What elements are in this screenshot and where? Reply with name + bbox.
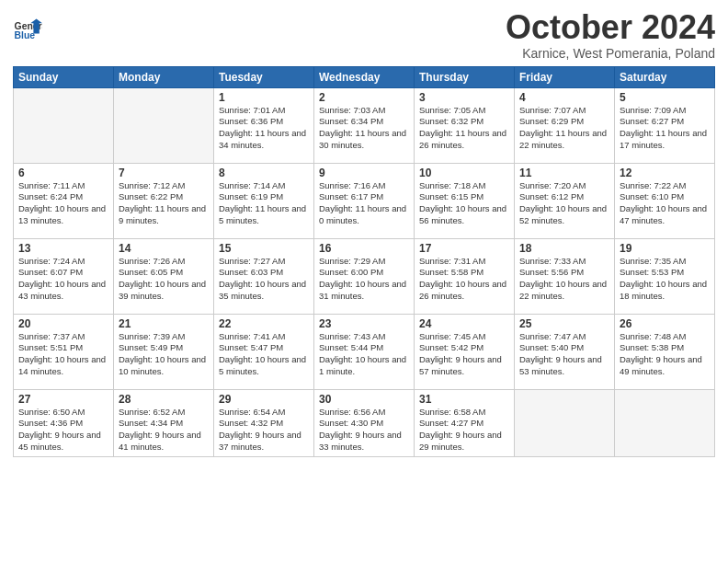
day-cell: 22 Sunrise: 7:41 AM Sunset: 5:47 PM Dayl… (214, 314, 314, 389)
day-cell: 21 Sunrise: 7:39 AM Sunset: 5:49 PM Dayl… (114, 314, 214, 389)
day-number: 30 (319, 393, 409, 406)
day-info: Sunrise: 7:29 AM Sunset: 6:00 PM Dayligh… (319, 256, 409, 303)
day-number: 8 (219, 167, 309, 179)
week-row-4: 20 Sunrise: 7:37 AM Sunset: 5:51 PM Dayl… (14, 314, 715, 389)
day-info: Sunrise: 7:18 AM Sunset: 6:15 PM Dayligh… (419, 180, 509, 227)
week-row-1: 1 Sunrise: 7:01 AM Sunset: 6:36 PM Dayli… (14, 87, 715, 163)
header-row: Sunday Monday Tuesday Wednesday Thursday… (14, 66, 715, 87)
col-wednesday: Wednesday (314, 66, 415, 87)
day-cell: 7 Sunrise: 7:12 AM Sunset: 6:22 PM Dayli… (114, 163, 214, 238)
day-number: 31 (419, 393, 509, 406)
day-cell: 18 Sunrise: 7:33 AM Sunset: 5:56 PM Dayl… (515, 238, 615, 314)
day-number: 14 (119, 242, 209, 255)
day-cell: 23 Sunrise: 7:43 AM Sunset: 5:44 PM Dayl… (314, 314, 415, 389)
day-info: Sunrise: 6:52 AM Sunset: 4:34 PM Dayligh… (119, 407, 209, 454)
day-cell (615, 389, 715, 456)
day-cell: 17 Sunrise: 7:31 AM Sunset: 5:58 PM Dayl… (415, 238, 515, 314)
col-thursday: Thursday (415, 66, 515, 87)
day-number: 7 (119, 167, 209, 179)
day-number: 23 (319, 317, 409, 330)
day-cell: 28 Sunrise: 6:52 AM Sunset: 4:34 PM Dayl… (114, 389, 214, 456)
day-cell: 6 Sunrise: 7:11 AM Sunset: 6:24 PM Dayli… (14, 163, 114, 238)
col-tuesday: Tuesday (214, 66, 314, 87)
day-info: Sunrise: 7:14 AM Sunset: 6:19 PM Dayligh… (219, 180, 309, 227)
week-row-3: 13 Sunrise: 7:24 AM Sunset: 6:07 PM Dayl… (14, 238, 715, 314)
month-title: October 2024 (506, 9, 715, 46)
day-cell: 4 Sunrise: 7:07 AM Sunset: 6:29 PM Dayli… (515, 87, 615, 163)
col-saturday: Saturday (615, 66, 715, 87)
day-cell: 12 Sunrise: 7:22 AM Sunset: 6:10 PM Dayl… (615, 163, 715, 238)
day-info: Sunrise: 7:31 AM Sunset: 5:58 PM Dayligh… (419, 256, 509, 303)
day-info: Sunrise: 7:20 AM Sunset: 6:12 PM Dayligh… (519, 180, 609, 227)
day-info: Sunrise: 7:37 AM Sunset: 5:51 PM Dayligh… (18, 331, 108, 378)
day-number: 22 (219, 317, 309, 330)
day-info: Sunrise: 7:33 AM Sunset: 5:56 PM Dayligh… (519, 256, 609, 303)
day-cell: 5 Sunrise: 7:09 AM Sunset: 6:27 PM Dayli… (615, 87, 715, 163)
day-cell: 27 Sunrise: 6:50 AM Sunset: 4:36 PM Dayl… (14, 389, 114, 456)
day-number: 12 (620, 167, 710, 179)
day-info: Sunrise: 7:41 AM Sunset: 5:47 PM Dayligh… (219, 331, 309, 378)
day-info: Sunrise: 7:09 AM Sunset: 6:27 PM Dayligh… (620, 105, 710, 152)
logo: General Blue (13, 13, 46, 42)
col-sunday: Sunday (14, 66, 114, 87)
day-cell: 1 Sunrise: 7:01 AM Sunset: 6:36 PM Dayli… (214, 87, 314, 163)
day-number: 29 (219, 393, 309, 406)
svg-text:Blue: Blue (15, 30, 36, 40)
col-monday: Monday (114, 66, 214, 87)
day-number: 11 (519, 167, 609, 179)
day-number: 25 (519, 317, 609, 330)
week-row-2: 6 Sunrise: 7:11 AM Sunset: 6:24 PM Dayli… (14, 163, 715, 238)
week-row-5: 27 Sunrise: 6:50 AM Sunset: 4:36 PM Dayl… (14, 389, 715, 456)
day-info: Sunrise: 7:26 AM Sunset: 6:05 PM Dayligh… (119, 256, 209, 303)
day-info: Sunrise: 7:35 AM Sunset: 5:53 PM Dayligh… (620, 256, 710, 303)
day-cell: 26 Sunrise: 7:48 AM Sunset: 5:38 PM Dayl… (615, 314, 715, 389)
day-cell (14, 87, 114, 163)
page: General Blue October 2024 Karnice, West … (0, 0, 728, 563)
day-cell (114, 87, 214, 163)
day-number: 20 (18, 317, 108, 330)
day-number: 10 (419, 167, 509, 179)
col-friday: Friday (515, 66, 615, 87)
day-info: Sunrise: 7:47 AM Sunset: 5:40 PM Dayligh… (519, 331, 609, 378)
header: General Blue October 2024 Karnice, West … (13, 9, 715, 61)
day-info: Sunrise: 7:27 AM Sunset: 6:03 PM Dayligh… (219, 256, 309, 303)
day-number: 6 (18, 167, 108, 179)
day-cell: 31 Sunrise: 6:58 AM Sunset: 4:27 PM Dayl… (415, 389, 515, 456)
day-info: Sunrise: 7:48 AM Sunset: 5:38 PM Dayligh… (620, 331, 710, 378)
day-info: Sunrise: 6:58 AM Sunset: 4:27 PM Dayligh… (419, 407, 509, 454)
day-cell: 16 Sunrise: 7:29 AM Sunset: 6:00 PM Dayl… (314, 238, 415, 314)
day-info: Sunrise: 7:45 AM Sunset: 5:42 PM Dayligh… (419, 331, 509, 378)
day-number: 26 (620, 317, 710, 330)
day-number: 4 (519, 91, 609, 104)
day-cell: 14 Sunrise: 7:26 AM Sunset: 6:05 PM Dayl… (114, 238, 214, 314)
title-section: October 2024 Karnice, West Pomerania, Po… (506, 9, 715, 61)
day-cell: 15 Sunrise: 7:27 AM Sunset: 6:03 PM Dayl… (214, 238, 314, 314)
day-cell: 3 Sunrise: 7:05 AM Sunset: 6:32 PM Dayli… (415, 87, 515, 163)
logo-icon: General Blue (13, 13, 42, 42)
day-info: Sunrise: 7:39 AM Sunset: 5:49 PM Dayligh… (119, 331, 209, 378)
day-info: Sunrise: 6:54 AM Sunset: 4:32 PM Dayligh… (219, 407, 309, 454)
day-number: 24 (419, 317, 509, 330)
day-info: Sunrise: 7:07 AM Sunset: 6:29 PM Dayligh… (519, 105, 609, 152)
day-number: 27 (18, 393, 108, 406)
day-number: 17 (419, 242, 509, 255)
day-info: Sunrise: 7:01 AM Sunset: 6:36 PM Dayligh… (219, 105, 309, 152)
day-info: Sunrise: 6:50 AM Sunset: 4:36 PM Dayligh… (18, 407, 108, 454)
calendar-table: Sunday Monday Tuesday Wednesday Thursday… (13, 66, 715, 457)
day-cell: 11 Sunrise: 7:20 AM Sunset: 6:12 PM Dayl… (515, 163, 615, 238)
day-number: 15 (219, 242, 309, 255)
day-number: 21 (119, 317, 209, 330)
day-number: 13 (18, 242, 108, 255)
day-info: Sunrise: 7:11 AM Sunset: 6:24 PM Dayligh… (18, 180, 108, 227)
day-info: Sunrise: 7:43 AM Sunset: 5:44 PM Dayligh… (319, 331, 409, 378)
day-cell: 20 Sunrise: 7:37 AM Sunset: 5:51 PM Dayl… (14, 314, 114, 389)
day-info: Sunrise: 7:24 AM Sunset: 6:07 PM Dayligh… (18, 256, 108, 303)
day-info: Sunrise: 7:03 AM Sunset: 6:34 PM Dayligh… (319, 105, 409, 152)
day-info: Sunrise: 7:05 AM Sunset: 6:32 PM Dayligh… (419, 105, 509, 152)
day-cell: 19 Sunrise: 7:35 AM Sunset: 5:53 PM Dayl… (615, 238, 715, 314)
day-number: 9 (319, 167, 409, 179)
day-number: 2 (319, 91, 409, 104)
day-cell: 10 Sunrise: 7:18 AM Sunset: 6:15 PM Dayl… (415, 163, 515, 238)
day-cell: 13 Sunrise: 7:24 AM Sunset: 6:07 PM Dayl… (14, 238, 114, 314)
day-number: 1 (219, 91, 309, 104)
